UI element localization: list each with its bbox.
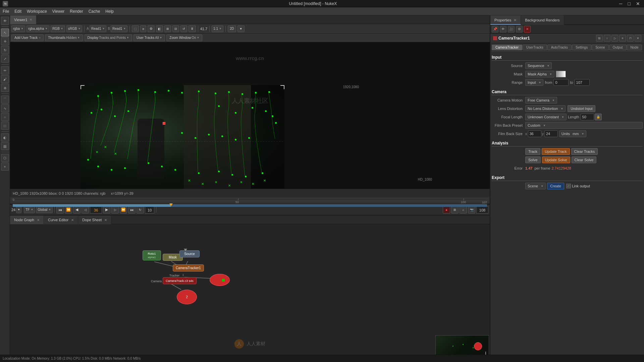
- rp-close2-btn[interactable]: ✕: [524, 26, 531, 33]
- loop-btn[interactable]: ↻: [137, 206, 144, 214]
- tool-color[interactable]: ◐: [1, 133, 9, 141]
- node-roto[interactable]: Roto1alpha1: [143, 250, 161, 260]
- play-back-btn[interactable]: ◁: [82, 206, 89, 214]
- lens-distortion-dropdown[interactable]: No Lens Distortion: [525, 105, 566, 112]
- focal-length-dropdown[interactable]: Unknown Constant: [525, 114, 567, 120]
- node-sphere2[interactable]: 2: [177, 290, 197, 304]
- current-frame[interactable]: 36: [90, 206, 102, 214]
- tool-draw[interactable]: ✏: [1, 66, 9, 74]
- view-more-btn[interactable]: ▼: [237, 25, 245, 32]
- ct-icon1[interactable]: ⊞: [596, 35, 603, 42]
- range-dropdown[interactable]: Input: [525, 79, 543, 86]
- user-tracks-dropdown[interactable]: User Tracks All ▼: [133, 35, 165, 41]
- clear-solve-btn[interactable]: Clear Solve: [572, 157, 597, 163]
- tool-scale[interactable]: ⤢: [1, 55, 9, 63]
- next-frame-btn[interactable]: ▷: [111, 206, 119, 214]
- tool-bspline[interactable]: ∿: [1, 104, 9, 112]
- next-key-btn[interactable]: ⏩: [120, 206, 127, 214]
- tool-viewer[interactable]: 👁: [1, 17, 9, 25]
- viewer-tab-close[interactable]: ✕: [30, 18, 32, 21]
- read-a-dropdown[interactable]: Read1: [90, 25, 106, 32]
- ct-subtab-autotracks[interactable]: AutoTracks: [547, 45, 572, 50]
- units-dropdown[interactable]: Units mm: [559, 130, 586, 137]
- create-btn[interactable]: Create: [547, 183, 564, 189]
- ct-subtab-output[interactable]: Output: [609, 45, 627, 50]
- tool-bezier[interactable]: ⌒: [1, 96, 9, 104]
- ct-subtab-usertracks[interactable]: UserTracks: [523, 45, 547, 50]
- link-output-check[interactable]: ✓ Link output: [566, 184, 590, 188]
- last-frame-btn[interactable]: ⏭: [128, 206, 136, 214]
- ct-subtab-tracker[interactable]: CameraTracker: [492, 45, 522, 50]
- read-b-dropdown[interactable]: Read1: [111, 25, 127, 32]
- focal-length-value[interactable]: [581, 114, 594, 120]
- tab-dope-sheet[interactable]: Dope Sheet ✕: [78, 216, 111, 224]
- menu-edit[interactable]: Edit: [14, 9, 21, 14]
- step-input[interactable]: 10: [145, 206, 154, 214]
- ct-subtab-node[interactable]: Node: [627, 45, 642, 50]
- tool-grade[interactable]: ▨: [1, 142, 9, 150]
- ct-subtab-settings[interactable]: Settings: [572, 45, 591, 50]
- rp-tab-bg-renders[interactable]: Background Renders: [521, 15, 564, 25]
- filmback-y-input[interactable]: [544, 130, 558, 137]
- zoom-window-dropdown[interactable]: Zoom Window On ▼: [166, 35, 202, 41]
- loop-btn[interactable]: ↺: [180, 25, 187, 32]
- ct-icon6[interactable]: ✕: [635, 35, 641, 42]
- menu-cache[interactable]: Cache: [89, 9, 100, 14]
- maximize-btn[interactable]: □: [627, 1, 632, 6]
- tab-dope-sheet-close[interactable]: ✕: [104, 218, 107, 222]
- display-dropdown[interactable]: Display Tracks and Points ▼: [85, 35, 132, 41]
- mask-dropdown[interactable]: Mask Alpha: [525, 71, 554, 77]
- menu-help[interactable]: Help: [105, 9, 114, 14]
- tool-ellipse[interactable]: ○: [1, 113, 9, 121]
- first-frame-btn[interactable]: ⏮: [56, 206, 64, 214]
- play-fwd-btn[interactable]: ▶: [103, 206, 110, 214]
- tool-clone[interactable]: ⊕: [1, 84, 9, 92]
- tool-rotate[interactable]: ↻: [1, 46, 9, 54]
- tab-curve-editor-close[interactable]: ✕: [71, 218, 74, 222]
- clear-tracks-btn[interactable]: Clear Tracks: [571, 148, 598, 155]
- node-sphere1[interactable]: [210, 274, 230, 286]
- prev-key-btn[interactable]: ⏪: [65, 206, 72, 214]
- tool-add[interactable]: +: [1, 163, 9, 171]
- rp-pin-btn[interactable]: 📌: [492, 26, 498, 33]
- menu-render[interactable]: Render: [70, 9, 83, 14]
- filmback-x-input[interactable]: [528, 130, 541, 137]
- range-to-input[interactable]: [575, 79, 590, 86]
- camera-btn[interactable]: 📷: [468, 206, 475, 214]
- fps-dropdown[interactable]: ▼: [16, 206, 21, 213]
- channel-left-dropdown[interactable]: rgba: [11, 25, 25, 32]
- camera-motion-dropdown[interactable]: Free Camera: [525, 97, 557, 104]
- undistort-input-btn[interactable]: Undistort Input: [568, 105, 595, 112]
- ct-icon4[interactable]: ≡: [619, 35, 626, 42]
- tab-curve-editor[interactable]: Curve Editor ✕: [44, 216, 78, 224]
- 2d-btn[interactable]: 2D: [228, 25, 236, 32]
- wipe-btn[interactable]: ◧: [156, 25, 163, 32]
- node-camera[interactable]: CameraTrack.c3 s4s: [163, 277, 197, 284]
- alpha-btn[interactable]: α: [140, 25, 146, 32]
- thumbnails-dropdown[interactable]: Thumbnails Hidden ▼: [45, 35, 83, 41]
- minimize-btn[interactable]: ─: [618, 1, 624, 6]
- ct-subtab-scene[interactable]: Scene: [592, 45, 608, 50]
- update-solve-btn[interactable]: Update Solve: [542, 157, 570, 163]
- viewer-settings-btn[interactable]: ⚙: [148, 25, 155, 32]
- filmback-preset-dropdown[interactable]: Custom: [525, 122, 643, 129]
- tf-dropdown[interactable]: TF: [24, 206, 35, 213]
- ct-icon3[interactable]: ▷: [611, 35, 618, 42]
- ct-icon2[interactable]: ○: [604, 35, 610, 42]
- add-user-track-btn[interactable]: Add User Track +: [11, 35, 44, 41]
- record-btn[interactable]: ●: [443, 206, 450, 214]
- tool-rect[interactable]: □: [1, 122, 9, 130]
- range-dropdown[interactable]: Global: [36, 206, 53, 213]
- export-scene-dropdown[interactable]: Scene: [525, 183, 546, 189]
- tool-paint[interactable]: 🖌: [1, 75, 9, 83]
- zoom-dropdown[interactable]: 1:1: [212, 25, 223, 32]
- focal-lock-btn[interactable]: 🔒: [595, 114, 602, 120]
- grid-btn[interactable]: ⊞: [164, 25, 171, 32]
- ripple-btn[interactable]: ⌂: [460, 206, 467, 214]
- tool-select[interactable]: ↖: [1, 28, 9, 37]
- prev-frame-btn[interactable]: ◀: [73, 206, 80, 214]
- rp-tab-properties[interactable]: Properties ✕: [490, 15, 521, 25]
- close-btn[interactable]: ✕: [635, 1, 641, 6]
- rp-settings-btn[interactable]: ⚙: [516, 26, 523, 33]
- tool-move[interactable]: ✛: [1, 37, 9, 45]
